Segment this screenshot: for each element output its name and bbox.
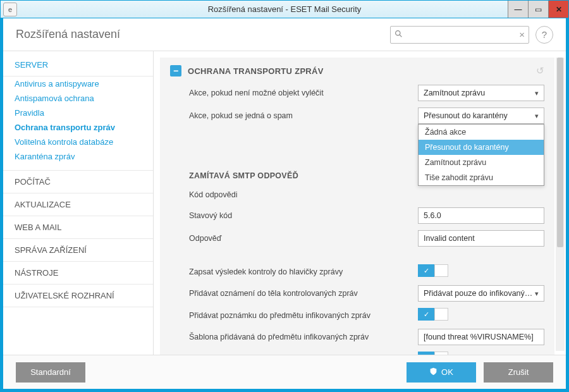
select-value: Přesunout do karantény bbox=[424, 111, 508, 120]
close-button[interactable]: ✕ bbox=[548, 1, 568, 18]
row-write-header: Zapsat výsledek kontroly do hlavičky zpr… bbox=[160, 261, 554, 282]
dropdown-option[interactable]: Žádná akce bbox=[419, 125, 544, 140]
scrollbar-thumb[interactable] bbox=[557, 58, 563, 247]
sidebar-item-database-check[interactable]: Volitelná kontrola databáze bbox=[3, 135, 153, 149]
label-write-header: Zapsat výsledek kontroly do hlavičky zpr… bbox=[189, 267, 418, 276]
select-add-body-notice[interactable]: Přidávat pouze do infikovaný…▾ bbox=[418, 285, 544, 302]
app-menu-icon[interactable]: e bbox=[3, 3, 17, 16]
scrollbar[interactable] bbox=[556, 58, 565, 351]
content: − OCHRANA TRANSPORTU ZPRÁV ↺ Akce, pokud… bbox=[154, 51, 566, 355]
ok-button[interactable]: OK bbox=[407, 362, 476, 383]
help-button[interactable]: ? bbox=[535, 26, 553, 44]
clear-search-icon[interactable]: × bbox=[519, 29, 525, 40]
input-response[interactable]: Invalid content bbox=[418, 230, 544, 247]
row-add-subject-spam: Přidat poznámku do předmětu zpráv označe… bbox=[160, 348, 554, 355]
label-action-spam: Akce, pokud se jedná o spam bbox=[189, 111, 418, 120]
toggle-add-subject-spam[interactable]: ✓ bbox=[418, 352, 448, 355]
select-action-spam[interactable]: Přesunout do karantény ▾ bbox=[418, 107, 544, 124]
chevron-down-icon: ▾ bbox=[535, 112, 539, 120]
select-value: Zamítnout zprávu bbox=[424, 89, 485, 97]
dropdown-action-spam: Žádná akce Přesunout do karantény Zamítn… bbox=[418, 124, 544, 186]
label-status-code: Stavový kód bbox=[189, 211, 418, 220]
section-header: − OCHRANA TRANSPORTU ZPRÁV ↺ bbox=[160, 58, 554, 82]
check-icon: ✓ bbox=[418, 352, 434, 355]
maximize-button[interactable]: ▭ bbox=[528, 1, 548, 18]
search-icon bbox=[395, 29, 403, 40]
section-title: OCHRANA TRANSPORTU ZPRÁV bbox=[188, 66, 530, 76]
window-buttons: — ▭ ✕ bbox=[508, 1, 568, 18]
check-icon: ✓ bbox=[418, 264, 434, 277]
cancel-button[interactable]: Zrušit bbox=[484, 362, 553, 383]
select-value: Přidávat pouze do infikovaný… bbox=[424, 289, 532, 298]
row-action-spam: Akce, pokud se jedná o spam Přesunout do… bbox=[160, 104, 554, 127]
window-title: Rozšířená nastavení - ESET Mail Security bbox=[208, 4, 362, 14]
settings-panel: − OCHRANA TRANSPORTU ZPRÁV ↺ Akce, pokud… bbox=[160, 58, 554, 355]
label-add-body-notice: Přidávat oznámení do těla kontrolovaných… bbox=[189, 289, 418, 298]
search-input[interactable] bbox=[407, 30, 515, 39]
label-response: Odpověď bbox=[189, 234, 418, 243]
row-response: Odpověď Invalid content bbox=[160, 227, 554, 250]
sidebar-subitems-server: Antivirus a antispyware Antispamová ochr… bbox=[3, 77, 153, 171]
default-button[interactable]: Standardní bbox=[16, 362, 85, 383]
window-inner: Rozšířená nastavení × ? SERVER Antivirus… bbox=[1, 18, 568, 391]
sidebar-group-server: SERVER Antivirus a antispyware Antispamo… bbox=[3, 51, 153, 171]
toggle-add-subject-infected[interactable]: ✓ bbox=[418, 308, 448, 321]
row-action-no-clean: Akce, pokud není možné objekt vyléčit Za… bbox=[160, 82, 554, 104]
sidebar-title-ui[interactable]: UŽIVATELSKÉ ROZHRANÍ bbox=[3, 285, 153, 307]
search-box[interactable]: × bbox=[390, 26, 529, 44]
sidebar-item-antispam[interactable]: Antispamová ochrana bbox=[3, 91, 153, 106]
page-title: Rozšířená nastavení bbox=[16, 28, 390, 41]
svg-point-0 bbox=[396, 30, 400, 35]
row-response-code: Kód odpovědi bbox=[160, 185, 554, 204]
input-status-code[interactable]: 5.6.0 bbox=[418, 207, 544, 224]
sidebar-title-device[interactable]: SPRÁVA ZAŘÍZENÍ bbox=[3, 239, 153, 262]
sidebar-item-antivirus[interactable]: Antivirus a antispyware bbox=[3, 77, 153, 91]
chevron-down-icon: ▾ bbox=[535, 89, 539, 97]
row-status-code: Stavový kód 5.6.0 bbox=[160, 204, 554, 227]
label-template-infected: Šablona přidávaná do předmětu infikovaný… bbox=[189, 333, 418, 341]
sidebar-title-tools[interactable]: NÁSTROJE bbox=[3, 262, 153, 285]
sidebar-title-webmail[interactable]: WEB A MAIL bbox=[3, 216, 153, 239]
sidebar: SERVER Antivirus a antispyware Antispamo… bbox=[3, 51, 154, 355]
check-icon: ✓ bbox=[418, 308, 434, 321]
input-template-infected[interactable]: [found threat %VIRUSNAME%] bbox=[418, 329, 544, 345]
sidebar-item-quarantine[interactable]: Karanténa zpráv bbox=[3, 149, 153, 164]
sidebar-title-server[interactable]: SERVER bbox=[3, 51, 153, 77]
row-add-body-notice: Přidávat oznámení do těla kontrolovaných… bbox=[160, 282, 554, 305]
select-action-no-clean[interactable]: Zamítnout zprávu ▾ bbox=[418, 85, 544, 101]
sidebar-title-update[interactable]: AKTUALIZACE bbox=[3, 193, 153, 216]
reset-icon[interactable]: ↺ bbox=[536, 65, 544, 77]
label-add-subject-spam: Přidat poznámku do předmětu zpráv označe… bbox=[189, 355, 418, 355]
dropdown-option[interactable]: Přesunout do karantény bbox=[419, 140, 544, 155]
body: SERVER Antivirus a antispyware Antispamo… bbox=[3, 51, 566, 355]
svg-line-1 bbox=[400, 35, 401, 37]
minimize-button[interactable]: — bbox=[508, 1, 528, 18]
label-response-code: Kód odpovědi bbox=[189, 190, 418, 199]
row-add-subject-infected: Přidávat poznámku do předmětu infikovaný… bbox=[160, 305, 554, 326]
header: Rozšířená nastavení × ? bbox=[3, 18, 566, 51]
label-action-no-clean: Akce, pokud není možné objekt vyléčit bbox=[189, 89, 418, 97]
row-template-infected: Šablona přidávaná do předmětu infikovaný… bbox=[160, 326, 554, 348]
titlebar: e Rozšířená nastavení - ESET Mail Securi… bbox=[1, 1, 568, 18]
dropdown-option[interactable]: Zamítnout zprávu bbox=[419, 155, 544, 170]
app-window: e Rozšířená nastavení - ESET Mail Securi… bbox=[0, 0, 569, 392]
toggle-write-header[interactable]: ✓ bbox=[418, 264, 448, 277]
chevron-down-icon: ▾ bbox=[535, 290, 539, 298]
label-add-subject-infected: Přidávat poznámku do předmětu infikovaný… bbox=[189, 311, 418, 320]
sidebar-item-transport-protection[interactable]: Ochrana transportu zpráv bbox=[3, 120, 153, 135]
shield-icon bbox=[429, 367, 437, 377]
dropdown-option[interactable]: Tiše zahodit zprávu bbox=[419, 170, 544, 185]
sidebar-title-computer[interactable]: POČÍTAČ bbox=[3, 171, 153, 193]
collapse-icon[interactable]: − bbox=[170, 65, 181, 77]
sidebar-item-rules[interactable]: Pravidla bbox=[3, 106, 153, 120]
footer: Standardní OK Zrušit bbox=[3, 355, 566, 389]
